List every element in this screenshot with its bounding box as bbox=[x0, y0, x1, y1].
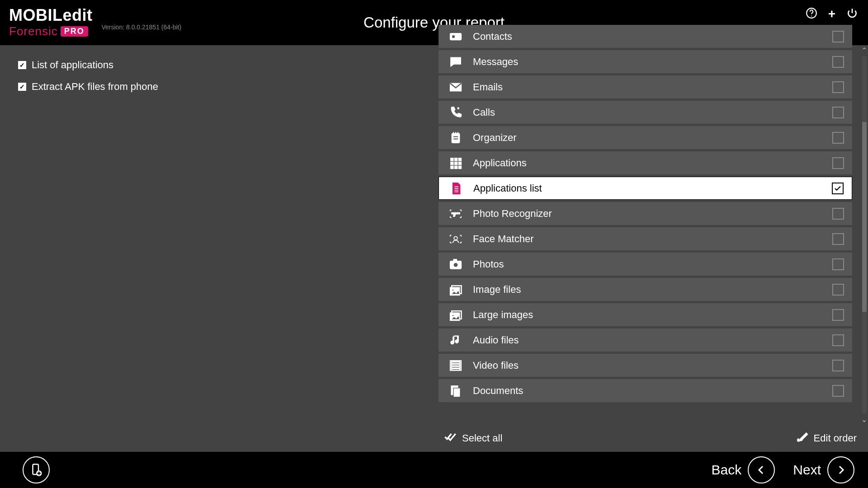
category-label: Audio files bbox=[473, 334, 832, 346]
category-row-image-files[interactable]: Image files bbox=[439, 278, 852, 301]
grid-icon bbox=[447, 155, 465, 171]
category-checkbox[interactable] bbox=[832, 81, 844, 93]
category-label: Calls bbox=[473, 107, 832, 118]
category-label: Photo Recognizer bbox=[473, 208, 832, 220]
power-icon[interactable] bbox=[846, 7, 858, 21]
docs-icon bbox=[447, 383, 465, 399]
add-device-button[interactable] bbox=[23, 456, 50, 483]
category-row-organizer[interactable]: Organizer bbox=[439, 126, 852, 149]
scrollbar-thumb[interactable] bbox=[862, 122, 867, 312]
category-checkbox[interactable] bbox=[832, 309, 844, 321]
category-row-messages[interactable]: Messages bbox=[439, 50, 852, 73]
app-name: MOBILedit bbox=[9, 7, 92, 23]
category-row-audio-files[interactable]: Audio files bbox=[439, 328, 852, 352]
category-checkbox[interactable] bbox=[832, 208, 844, 220]
category-checkbox[interactable] bbox=[832, 31, 844, 42]
chevron-left-icon bbox=[748, 456, 775, 483]
left-options-panel: ✓List of applications✓Extract APK files … bbox=[0, 45, 439, 452]
notepad-icon bbox=[447, 130, 465, 146]
category-checkbox[interactable] bbox=[832, 385, 844, 397]
messages-icon bbox=[447, 54, 465, 70]
category-label: Messages bbox=[473, 56, 832, 68]
category-checkbox[interactable] bbox=[832, 284, 844, 296]
category-checkbox[interactable] bbox=[832, 107, 844, 118]
next-label: Next bbox=[793, 462, 821, 478]
back-label: Back bbox=[712, 462, 742, 478]
image-icon bbox=[447, 282, 465, 298]
category-row-documents[interactable]: Documents bbox=[439, 379, 852, 402]
left-option-label: Extract APK files from phone bbox=[32, 81, 158, 93]
category-row-emails[interactable]: Emails bbox=[439, 75, 852, 99]
contacts-icon bbox=[447, 28, 465, 45]
category-row-face-matcher[interactable]: Face Matcher bbox=[439, 227, 852, 250]
category-label: Face Matcher bbox=[473, 233, 832, 245]
category-row-calls[interactable]: Calls bbox=[439, 101, 852, 124]
app-logo: MOBILedit Forensic PRO bbox=[9, 7, 92, 38]
category-checkbox[interactable] bbox=[832, 56, 844, 68]
category-row-photos[interactable]: Photos bbox=[439, 253, 852, 276]
next-button[interactable]: Next bbox=[793, 456, 854, 483]
film-icon bbox=[447, 357, 465, 374]
category-row-video-files[interactable]: Video files bbox=[439, 354, 852, 377]
category-label: Applications list bbox=[473, 183, 832, 194]
category-label: Organizer bbox=[473, 132, 832, 144]
category-checkbox[interactable] bbox=[832, 360, 844, 371]
category-row-large-images[interactable]: Large images bbox=[439, 303, 852, 326]
category-list-panel: ⌃ ContactsMessagesEmailsCallsOrganizerAp… bbox=[439, 45, 868, 452]
category-label: Contacts bbox=[473, 31, 832, 42]
gun-icon bbox=[447, 206, 465, 222]
select-all-icon bbox=[444, 431, 457, 446]
help-icon[interactable] bbox=[806, 7, 817, 21]
email-icon bbox=[447, 79, 465, 95]
category-checkbox[interactable] bbox=[832, 157, 844, 169]
face-icon bbox=[447, 231, 465, 247]
left-option-label: List of applications bbox=[32, 59, 113, 71]
app-pro-badge: PRO bbox=[61, 26, 88, 37]
app-version: Version: 8.0.0.21851 (64-bit) bbox=[101, 23, 181, 31]
phone-icon bbox=[447, 104, 465, 121]
category-checkbox[interactable] bbox=[832, 132, 844, 144]
chevron-right-icon bbox=[827, 456, 854, 483]
checkbox[interactable]: ✓ bbox=[18, 61, 26, 69]
camera-icon bbox=[447, 256, 465, 272]
bottom-bar: Back Next bbox=[0, 452, 868, 488]
music-icon bbox=[447, 332, 465, 348]
left-option-0[interactable]: ✓List of applications bbox=[18, 54, 420, 76]
category-row-contacts[interactable]: Contacts bbox=[439, 25, 852, 48]
category-checkbox[interactable] bbox=[832, 183, 844, 194]
scroll-down-arrow[interactable]: ⌄ bbox=[860, 415, 868, 424]
add-icon[interactable]: + bbox=[828, 8, 835, 20]
category-label: Applications bbox=[473, 157, 832, 169]
category-row-photo-recognizer[interactable]: Photo Recognizer bbox=[439, 202, 852, 225]
checkbox[interactable]: ✓ bbox=[18, 83, 26, 91]
category-label: Documents bbox=[473, 385, 832, 397]
app-subname: Forensic bbox=[9, 24, 58, 38]
edit-order-label: Edit order bbox=[814, 432, 857, 444]
edit-order-icon bbox=[796, 431, 808, 446]
document-icon bbox=[447, 180, 465, 197]
category-label: Video files bbox=[473, 360, 832, 371]
scrollbar-track[interactable] bbox=[862, 56, 867, 413]
category-label: Emails bbox=[473, 81, 832, 93]
category-checkbox[interactable] bbox=[832, 233, 844, 245]
image-icon bbox=[447, 307, 465, 323]
category-label: Image files bbox=[473, 284, 832, 296]
edit-order-button[interactable]: Edit order bbox=[796, 431, 857, 446]
category-checkbox[interactable] bbox=[832, 334, 844, 346]
category-row-applications[interactable]: Applications bbox=[439, 151, 852, 174]
category-row-applications-list[interactable]: Applications list bbox=[439, 177, 852, 200]
select-all-button[interactable]: Select all bbox=[444, 431, 502, 446]
back-button[interactable]: Back bbox=[712, 456, 775, 483]
category-label: Large images bbox=[473, 309, 832, 321]
category-label: Photos bbox=[473, 258, 832, 270]
select-all-label: Select all bbox=[462, 432, 502, 444]
left-option-1[interactable]: ✓Extract APK files from phone bbox=[18, 76, 420, 98]
category-checkbox[interactable] bbox=[832, 258, 844, 270]
scroll-up-arrow[interactable]: ⌃ bbox=[860, 46, 868, 55]
